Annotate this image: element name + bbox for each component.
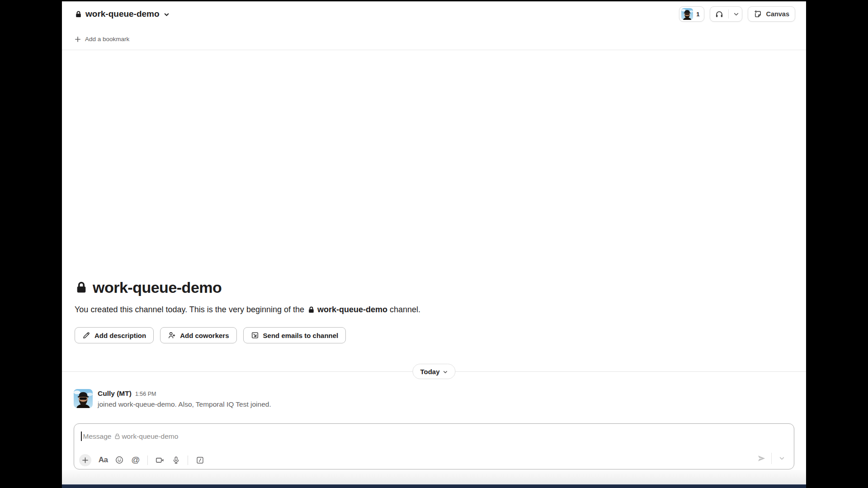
plus-icon [75, 36, 81, 42]
channel-intro-actions: Add description Add coworkers Send email… [75, 327, 420, 343]
huddle-button[interactable] [710, 6, 742, 22]
add-bookmark-label: Add a bookmark [85, 36, 129, 42]
divider [147, 455, 148, 465]
channel-header: work-queue-demo [62, 1, 806, 27]
bottom-gray-strip [62, 470, 806, 484]
composer-toolbar: Aa @ [78, 453, 208, 467]
person-add-icon [168, 331, 176, 339]
add-coworkers-button[interactable]: Add coworkers [160, 327, 236, 343]
message-input[interactable]: Message work-queue-demo [81, 432, 178, 441]
channel-intro-description: You created this channel today. This is … [75, 304, 420, 315]
header-actions: 1 Canvas [679, 6, 795, 22]
shortcuts-button[interactable] [193, 453, 207, 467]
add-bookmark-button[interactable]: Add a bookmark [75, 36, 129, 42]
composer-placeholder: Message [83, 432, 112, 441]
member-avatar [681, 8, 693, 20]
send-options-chevron-icon[interactable] [775, 451, 788, 465]
message-row: Cully (MT) 1:56 PM joined work-queue-dem… [74, 389, 271, 409]
channel-intro-title: work-queue-demo [75, 278, 420, 297]
mention-button[interactable]: @ [129, 453, 142, 467]
attach-plus-button[interactable] [79, 454, 91, 466]
date-divider-button[interactable]: Today [412, 364, 455, 379]
message-author[interactable]: Cully (MT) [98, 389, 132, 398]
canvas-button[interactable]: Canvas [748, 6, 795, 22]
send-button[interactable] [755, 451, 768, 465]
chevron-down-icon [164, 12, 170, 18]
divider [188, 455, 188, 465]
formatting-button[interactable]: Aa [96, 453, 110, 467]
channel-name: work-queue-demo [85, 9, 160, 19]
composer-send-area [755, 451, 788, 465]
pencil-icon [82, 331, 90, 339]
member-count: 1 [696, 11, 699, 18]
video-clip-button[interactable] [153, 453, 166, 467]
bottom-navy-bar [62, 484, 806, 488]
divider [728, 9, 729, 19]
user-avatar[interactable] [74, 389, 93, 408]
divider [771, 453, 772, 464]
lock-icon [307, 306, 315, 314]
lock-outline-icon [114, 433, 121, 440]
email-icon [251, 331, 259, 339]
add-description-button[interactable]: Add description [75, 327, 154, 343]
message-text: joined work-queue-demo. Also, Temporal I… [98, 399, 271, 409]
lock-icon [75, 281, 88, 294]
emoji-button[interactable] [113, 453, 126, 467]
huddle-options-chevron-icon[interactable] [733, 11, 739, 17]
message-content: Cully (MT) 1:56 PM joined work-queue-dem… [98, 389, 271, 409]
header-divider [62, 50, 806, 50]
composer-placeholder-channel: work-queue-demo [122, 432, 178, 441]
members-button[interactable]: 1 [679, 6, 704, 22]
lock-icon [75, 10, 82, 18]
canvas-icon [754, 10, 762, 19]
chevron-down-icon [443, 370, 448, 375]
headphones-icon [715, 9, 724, 19]
channel-intro: work-queue-demo You created this channel… [75, 278, 420, 343]
audio-clip-button[interactable] [169, 453, 183, 467]
message-timestamp[interactable]: 1:56 PM [135, 391, 156, 397]
channel-name: work-queue-demo [317, 304, 387, 315]
message-composer: Message work-queue-demo Aa @ [74, 423, 794, 469]
text-cursor [81, 432, 82, 441]
canvas-label: Canvas [766, 10, 789, 18]
send-emails-button[interactable]: Send emails to channel [243, 327, 346, 343]
channel-title-menu[interactable]: work-queue-demo [75, 9, 170, 19]
slack-channel-window: work-queue-demo [62, 1, 806, 488]
